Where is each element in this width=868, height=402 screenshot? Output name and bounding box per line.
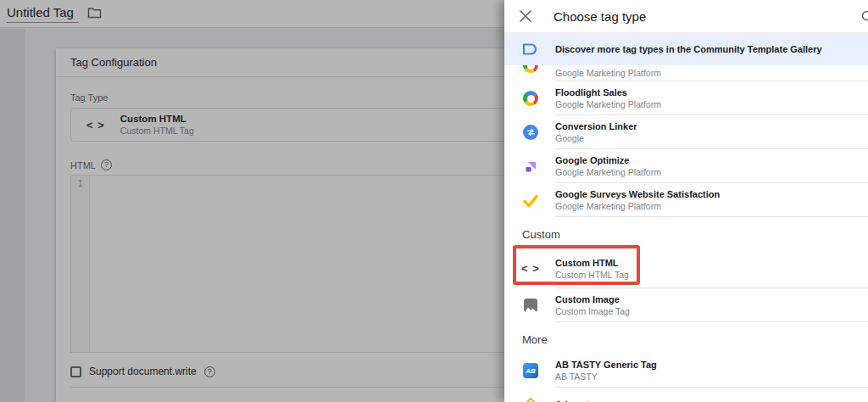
tag-type-item-google-surveys[interactable]: Google Surveys Website Satisfaction Goog…: [504, 183, 868, 217]
item-subtitle: Google Marketing Platform: [555, 167, 661, 177]
drawer-title: Choose tag type: [554, 9, 646, 24]
item-title: Custom HTML: [555, 258, 629, 268]
item-title: Conversion Linker: [555, 121, 637, 131]
item-title: Custom Image: [555, 294, 630, 304]
optimize-icon: [524, 159, 538, 174]
tag-type-item-hidden[interactable]: Google Marketing Platform: [504, 65, 868, 81]
item-subtitle: Google Marketing Platform: [555, 68, 661, 78]
item-title: Google Surveys Website Satisfaction: [555, 189, 720, 199]
community-gallery-banner[interactable]: Discover more tag types in the Community…: [504, 33, 868, 65]
item-title: Floodlight Sales: [555, 87, 661, 98]
floodlight-icon: [523, 65, 538, 73]
item-title: Google Optimize: [555, 155, 661, 165]
tag-type-item-custom-html[interactable]: < > Custom HTML Custom HTML Tag: [504, 248, 868, 288]
abtasty-icon: AB: [523, 363, 538, 378]
tag-icon: [522, 43, 537, 55]
tag-type-item-google-optimize[interactable]: Google Optimize Google Marketing Platfor…: [504, 149, 868, 183]
item-subtitle: Custom HTML Tag: [555, 270, 629, 280]
tag-type-list: Google Marketing Platform Floodlight Sal…: [504, 65, 868, 402]
image-icon: [524, 299, 537, 312]
tag-type-item-conversion-linker[interactable]: Conversion Linker Google: [504, 115, 868, 149]
tag-type-item-ab-tasty[interactable]: AB AB TASTY Generic Tag AB TASTY: [504, 354, 868, 388]
section-header-more: More: [504, 322, 868, 354]
item-subtitle: Google: [555, 133, 637, 143]
close-icon[interactable]: [518, 8, 533, 24]
item-subtitle: Custom Image Tag: [555, 306, 630, 316]
section-header-custom: Custom: [504, 217, 868, 248]
search-icon[interactable]: [860, 9, 868, 25]
surveys-check-icon: [523, 193, 538, 208]
item-subtitle: Google Marketing Platform: [555, 201, 720, 211]
conversion-linker-icon: [523, 125, 538, 140]
item-subtitle: Google Marketing Platform: [555, 99, 661, 109]
adometry-icon: [524, 398, 537, 402]
tag-type-item-adometry[interactable]: Adometry: [504, 388, 868, 402]
floodlight-icon: [523, 91, 538, 106]
item-title: AB TASTY Generic Tag: [555, 360, 657, 370]
tag-type-item-custom-image[interactable]: Custom Image Custom Image Tag: [504, 288, 868, 322]
code-icon: < >: [521, 262, 540, 275]
choose-tag-type-drawer: Choose tag type Discover more tag types …: [504, 0, 868, 402]
tag-type-item-floodlight-sales[interactable]: Floodlight Sales Google Marketing Platfo…: [504, 81, 868, 115]
banner-text: Discover more tag types in the Community…: [555, 44, 822, 54]
item-subtitle: AB TASTY: [555, 371, 657, 382]
